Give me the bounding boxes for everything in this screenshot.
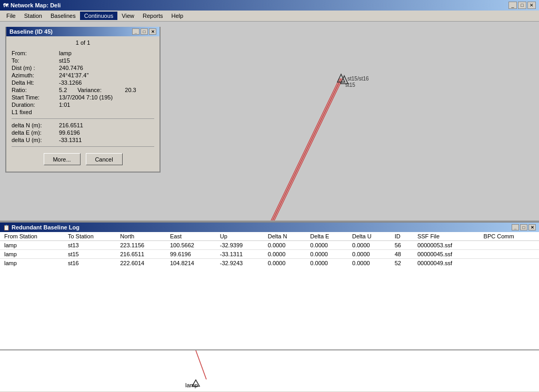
svg-line-1 [271, 78, 340, 220]
dialog-maximize[interactable]: □ [141, 28, 148, 35]
cell-bpc-0 [480, 241, 539, 250]
baseline-dialog-title: Baseline (ID 45) [9, 28, 53, 35]
cell-to-1: st15 [64, 250, 116, 259]
network-map-area: st15/st16 st15 Baseline (ID 45) _ □ ✕ 1 … [0, 22, 539, 222]
col-ssf: SSF File [413, 232, 480, 241]
label-deltae: delta E (m): [12, 129, 59, 136]
svg-line-2 [274, 78, 343, 220]
cell-du-2: 0.0000 [348, 259, 391, 268]
col-from-station: From Station [0, 232, 64, 241]
table-row: lamp st15 216.6511 99.6196 -33.1311 0.00… [0, 250, 539, 259]
label-deltaht: Delta Ht: [12, 79, 59, 86]
col-up: Up [216, 232, 264, 241]
app-title: Network Map: Deli [11, 2, 61, 8]
title-bar-left: 🗺 Network Map: Deli [3, 2, 61, 8]
log-controls: _ □ ✕ [512, 224, 536, 230]
cell-up-1: -33.1311 [216, 250, 264, 259]
value-variance: 20.3 [125, 87, 136, 93]
dialog-minimize[interactable]: _ [132, 28, 139, 35]
field-deltau: delta U (m): -33.1311 [12, 137, 154, 143]
menu-file[interactable]: File [2, 12, 20, 20]
label-duration: Duration: [12, 102, 59, 108]
field-deltaht: Delta Ht: -33.1266 [12, 79, 154, 86]
log-title-left: 📋 Redundant Baseline Log [3, 224, 79, 230]
baseline-dialog-titlebar: Baseline (ID 45) _ □ ✕ [6, 27, 159, 36]
title-bar: 🗺 Network Map: Deli _ □ ✕ [0, 0, 539, 11]
log-title-bar: 📋 Redundant Baseline Log _ □ ✕ [0, 223, 539, 232]
cell-east-1: 99.6196 [166, 250, 216, 259]
menu-baselines[interactable]: Baselines [46, 12, 80, 20]
value-to: st15 [59, 57, 70, 64]
app-icon: 🗺 [3, 3, 8, 8]
col-east: East [166, 232, 216, 241]
cell-from-2: lamp [0, 259, 64, 268]
table-row: lamp st13 223.1156 100.5662 -32.9399 0.0… [0, 241, 539, 250]
cell-east-0: 100.5662 [166, 241, 216, 250]
table-row: lamp st16 222.6014 104.8214 -32.9243 0.0… [0, 259, 539, 268]
svg-line-0 [273, 78, 341, 220]
cell-dn-1: 0.0000 [264, 250, 306, 259]
menu-station[interactable]: Station [20, 12, 46, 20]
cell-ssf-0: 00000053.ssf [413, 241, 480, 250]
menu-bar: File Station Baselines Continuous View R… [0, 11, 539, 22]
maximize-button[interactable]: □ [518, 2, 526, 9]
svg-line-7 [196, 350, 206, 379]
label-deltan: delta N (m): [12, 122, 59, 128]
field-deltae: delta E (m): 99.6196 [12, 129, 154, 136]
value-l1fixed: L1 fixed [12, 109, 32, 115]
field-dist: Dist (m) : 240.7476 [12, 65, 154, 71]
cancel-button[interactable]: Cancel [86, 153, 123, 165]
cell-id-2: 52 [391, 259, 413, 268]
value-duration: 1:01 [59, 102, 70, 108]
label-azimuth: Azimuth: [12, 72, 59, 78]
log-title: Redundant Baseline Log [12, 224, 79, 230]
dialog-buttons: More... Cancel [12, 150, 154, 168]
dialog-separator [12, 118, 154, 119]
col-north: North [116, 232, 166, 241]
cell-north-0: 223.1156 [116, 241, 166, 250]
log-icon: 📋 [3, 225, 9, 230]
bottom-strip-svg [0, 350, 539, 391]
baseline-counter: 1 of 1 [12, 39, 154, 46]
log-table: From Station To Station North East Up De… [0, 232, 539, 267]
cell-up-2: -32.9243 [216, 259, 264, 268]
label-ratio: Ratio: [12, 87, 59, 93]
log-maximize[interactable]: □ [520, 224, 527, 230]
value-deltae: 99.6196 [59, 129, 80, 136]
titlebar-controls: _ □ ✕ [508, 2, 536, 9]
dialog-separator-2 [12, 146, 154, 147]
baseline-dialog: Baseline (ID 45) _ □ ✕ 1 of 1 From: lamp… [5, 27, 161, 173]
menu-view[interactable]: View [117, 12, 138, 20]
cell-up-0: -32.9399 [216, 241, 264, 250]
field-l1fixed: L1 fixed [12, 109, 154, 115]
svg-text:st15: st15 [345, 82, 355, 88]
lamp-station-label: lamp [185, 382, 198, 388]
close-button[interactable]: ✕ [527, 2, 536, 9]
col-delta-u: Delta U [348, 232, 391, 241]
value-ratio: 5.2 [59, 87, 67, 93]
cell-east-2: 104.8214 [166, 259, 216, 268]
label-starttime: Start Time: [12, 94, 59, 100]
dialog-close[interactable]: ✕ [149, 28, 156, 35]
field-ratio: Ratio: 5.2 Variance: 20.3 [12, 87, 154, 93]
cell-north-2: 222.6014 [116, 259, 166, 268]
col-delta-e: Delta E [306, 232, 348, 241]
minimize-button[interactable]: _ [508, 2, 517, 9]
main-content: st15/st16 st15 Baseline (ID 45) _ □ ✕ 1 … [0, 22, 539, 391]
cell-id-1: 48 [391, 250, 413, 259]
field-to: To: st15 [12, 57, 154, 64]
cell-north-1: 216.6511 [116, 250, 166, 259]
dialog-content: 1 of 1 From: lamp To: st15 Dist (m) : 24… [6, 36, 159, 172]
cell-ssf-1: 00000045.ssf [413, 250, 480, 259]
menu-reports[interactable]: Reports [138, 12, 167, 20]
menu-help[interactable]: Help [167, 12, 188, 20]
log-close[interactable]: ✕ [528, 224, 536, 230]
log-minimize[interactable]: _ [512, 224, 519, 230]
value-dist: 240.7476 [59, 65, 83, 71]
more-button[interactable]: More... [44, 153, 81, 165]
table-header-row: From Station To Station North East Up De… [0, 232, 539, 241]
label-to: To: [12, 57, 59, 64]
menu-continuous[interactable]: Continuous [80, 12, 118, 20]
field-starttime: Start Time: 13/7/2004 7:10 (195) [12, 94, 154, 100]
value-deltaht: -33.1266 [59, 79, 82, 86]
